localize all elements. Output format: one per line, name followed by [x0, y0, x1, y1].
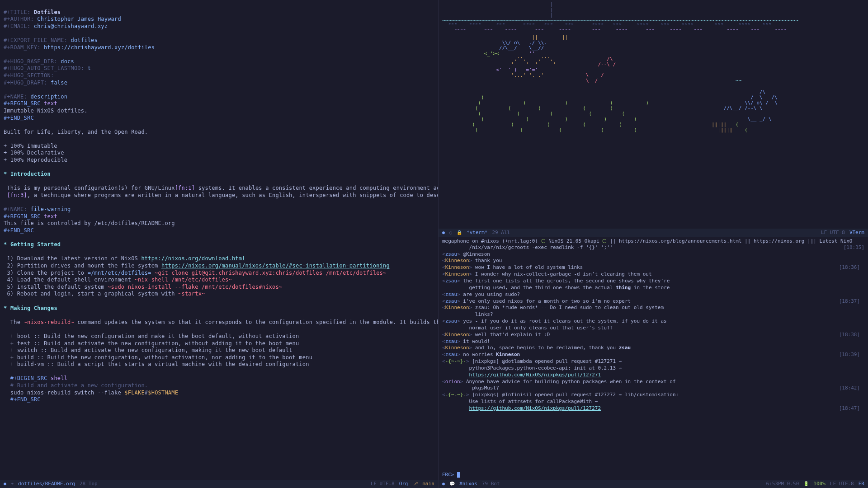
chat-link[interactable]: https://github.com/NixOS/nixpkgs/pull/12… [469, 405, 601, 411]
prop-title-val: Dotfiles [34, 9, 61, 15]
modeline-pos: 79 Bot [482, 481, 500, 487]
modeline-mode: ER [859, 481, 864, 487]
src3-line: sudo nixos-rebuild switch --flake $FLAKE… [4, 389, 178, 396]
modeline-enc: LF UTF-8 [821, 230, 845, 236]
heading-making[interactable]: Making Changes [10, 305, 57, 311]
modeline-clock: 6:53PM 0.50 [766, 481, 799, 487]
src1-end: #+END_SRC [4, 115, 34, 121]
prop-roam-val: https://chrishayward.xyz/dotfiles [44, 44, 155, 51]
heading-getting[interactable]: Getting Started [10, 241, 61, 248]
step-3: 3) Clone the project to =/mnt/etc/dotfil… [4, 270, 386, 276]
cursor [457, 472, 460, 478]
chat-message: <Kinneson> I wonder why nix-collect-garb… [442, 271, 864, 278]
src2-body: This file is controlled by /etc/dotfiles… [4, 220, 175, 226]
arrow-icon [11, 481, 14, 487]
chat-message: <-{~-~}-> [nixpkgs] @dotlambda opened pu… [442, 358, 864, 379]
modified-icon [4, 481, 6, 487]
step-5: 5) Install the default system ~sudo nixo… [4, 284, 282, 290]
modeline-mode: VTerm [849, 230, 864, 236]
prop-export-val: dotfiles [71, 37, 98, 43]
chat-message: <Kinneson> wow I have a lot of old syste… [442, 264, 864, 271]
modeline-enc: LF UTF-8 [371, 481, 395, 487]
modeline-name: #nixos [459, 481, 477, 487]
op-1: + test :: Build and activate the new con… [4, 340, 299, 347]
modeline-pos: 29 All [492, 230, 510, 236]
heading-intro[interactable]: Introduction [10, 171, 51, 177]
bullet-2: + 100% Reproducible [4, 157, 67, 163]
heading-star: * [4, 241, 7, 248]
src1-body: Immutable NixOS dotfiles. [4, 108, 88, 114]
battery-icon [803, 481, 809, 487]
erc-prompt-label: ERC> [442, 472, 454, 478]
chat-message: <zsau> no worries Kinneson[18:39] [442, 352, 864, 358]
prop-hugodraft-val: false [51, 80, 67, 86]
modeline-batt: 100% [813, 481, 826, 487]
chat-message: <Kinneson> zsau: Oh *rude words* -- Do I… [442, 305, 864, 318]
chat-icon [449, 481, 455, 487]
prop-email-val: chris@chrishayward.xyz [34, 23, 108, 29]
prop-hugolast-key: #+HUGO_AUTO_SET_LASTMOD: [4, 65, 84, 71]
prop-export-key: #+EXPORT_FILE_NAME: [4, 37, 67, 43]
modeline-mode: Org [399, 481, 408, 487]
chat-message: <Kinneson> well that'd explain it :D[18:… [442, 332, 864, 338]
modified-icon [442, 230, 445, 236]
src2-begin: #+BEGIN_SRC [4, 213, 41, 220]
src1-begin: #+BEGIN_SRC [4, 100, 41, 107]
circle-icon [449, 230, 452, 236]
chat-message: <zsau> i've only used nixos for a month … [442, 298, 864, 305]
prop-hugosec-key: #+HUGO_SECTION: [4, 72, 54, 79]
prop-hugobase-key: #+HUGO_BASE_DIR: [4, 58, 57, 65]
modeline-pos: 28 Top [80, 481, 98, 487]
vterm-modeline: *vterm* 29 All LF UTF-8 VTerm [439, 229, 868, 237]
op-2: + switch :: Build and activate the new c… [4, 347, 292, 353]
src3-end: #+END_SRC [4, 396, 41, 403]
erc-modeline: #nixos 79 Bot 6:53PM 0.50 100% LF UTF-8 … [439, 480, 868, 488]
bullet-1: + 100% Declarative [4, 150, 64, 156]
prop-hugolast-val: t [88, 65, 91, 71]
src1-lang: text [44, 100, 57, 107]
erc-topic: megaphone on #nixos (+nrt,lag:0) ⬡ NixOS… [439, 237, 868, 251]
step-1: 1) Download the latest version of NixOS … [4, 255, 245, 262]
vterm-pane[interactable]: | | | ~~~~~~~~~~~~~~~~~~~~~~~~~~~~~~~~~~… [439, 0, 868, 237]
lock-icon [457, 230, 462, 236]
op-3: + build :: Build the new configuration, … [4, 354, 312, 361]
heading-star: * [4, 171, 7, 177]
chat-message: <orion> Anyone have advice for building … [442, 379, 864, 392]
tagline: Built for Life, Liberty, and the Open Ro… [4, 129, 148, 135]
src2-lang: text [44, 213, 57, 220]
chat-message: <zsau> yes - if you do it as root it cle… [442, 318, 864, 332]
chat-message: <Kinneson> thank you [442, 258, 864, 264]
erc-chat[interactable]: <zsau> @Kinneson<Kinneson> thank you<Kin… [439, 251, 868, 428]
src3-begin: #+BEGIN_SRC [4, 375, 47, 381]
src2-end: #+END_SRC [4, 227, 34, 234]
prop-hugobase-val: docs [61, 58, 74, 65]
chat-message: <zsau> @Kinneson [442, 251, 864, 258]
prop-email-key: #+EMAIL: [4, 23, 30, 29]
op-4: + build-vm :: Build a script that starts… [4, 361, 309, 367]
chat-message: <Kinneson> and lo, space begins to be re… [442, 345, 864, 352]
chat-message: <zsau> are you using sudo? [442, 291, 864, 298]
modeline-name: *vterm* [467, 230, 487, 236]
src2-name-key: #+NAME: [4, 206, 27, 212]
org-buffer[interactable]: #+TITLE: Dotfiles #+AUTHOR: Christopher … [0, 0, 438, 413]
prop-author-val: Christopher James Hayward [37, 16, 121, 22]
chat-message: <zsau> it would! [442, 338, 864, 345]
chat-link[interactable]: https://github.com/NixOS/nixpkgs/pull/12… [469, 372, 601, 378]
src1-name-key: #+NAME: [4, 94, 27, 100]
src1-name-val: description [30, 94, 67, 100]
editor-pane[interactable]: #+TITLE: Dotfiles #+AUTHOR: Christopher … [0, 0, 439, 488]
erc-pane[interactable]: megaphone on #nixos (+nrt,lag:0) ⬡ NixOS… [439, 237, 868, 488]
erc-prompt[interactable]: ERC> [442, 472, 460, 478]
step-2: 2) Partition drives and mount the file s… [4, 263, 390, 269]
editor-modeline: dotfiles/README.org 28 Top LF UTF-8 Org … [0, 480, 438, 488]
ascii-art: | | | ~~~~~~~~~~~~~~~~~~~~~~~~~~~~~~~~~~… [439, 0, 868, 143]
chat-message: <-{~-~}-> [nixpkgs] @Infinisil opened pu… [442, 392, 864, 412]
prop-roam-key: #+ROAM_KEY: [4, 44, 41, 51]
intro-text: This is my personal configuration(s) for… [4, 185, 439, 198]
step-4: 4) Load the default shell environment ~n… [4, 277, 232, 283]
prop-title-key: #+TITLE: [4, 9, 30, 15]
modeline-enc: LF UTF-8 [830, 481, 854, 487]
src3-comment: # Build and activate a new configuration… [4, 382, 148, 389]
prop-author-key: #+AUTHOR: [4, 16, 34, 22]
making-text: The ~nixos-rebuild~ command updates the … [4, 319, 439, 325]
